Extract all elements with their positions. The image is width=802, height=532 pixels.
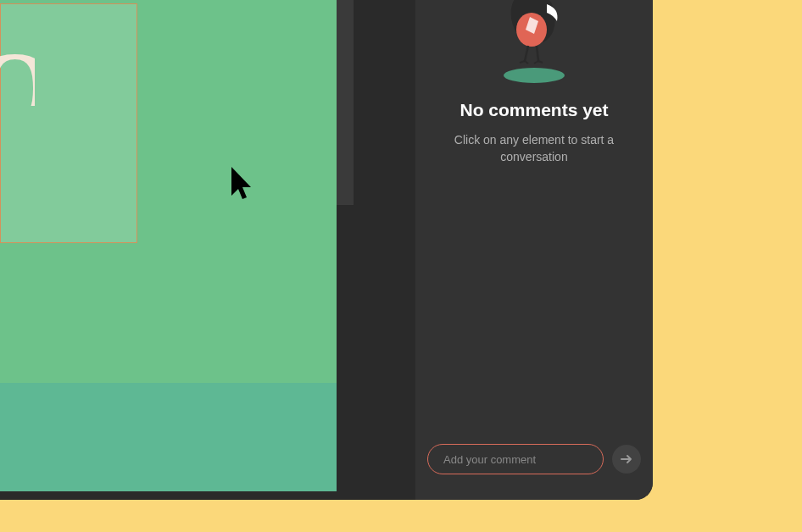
divider-dark [337,0,354,205]
svg-line-4 [525,61,528,64]
send-button[interactable] [612,445,641,474]
svg-line-5 [534,61,538,64]
bird-illustration [466,0,602,85]
svg-line-1 [525,46,528,61]
svg-line-6 [538,61,543,63]
selection-box[interactable]: O [0,3,137,243]
comments-panel: No comments yet Click on any element to … [415,0,653,500]
panel-content: No comments yet Click on any element to … [415,0,653,444]
comment-input-row [415,444,653,500]
cursor-icon [229,165,254,203]
svg-line-3 [520,61,525,63]
canvas-area[interactable]: O [0,0,337,491]
canvas-lower-band [0,383,337,491]
app-window: O [0,0,653,500]
bird-icon [487,0,581,72]
comment-input[interactable] [427,444,604,474]
svg-line-2 [537,46,538,61]
send-icon [621,453,632,465]
selection-glyph: O [0,30,35,106]
comments-empty-title: No comments yet [459,100,608,120]
comments-empty-subtitle: Click on any element to start a conversa… [449,132,619,165]
